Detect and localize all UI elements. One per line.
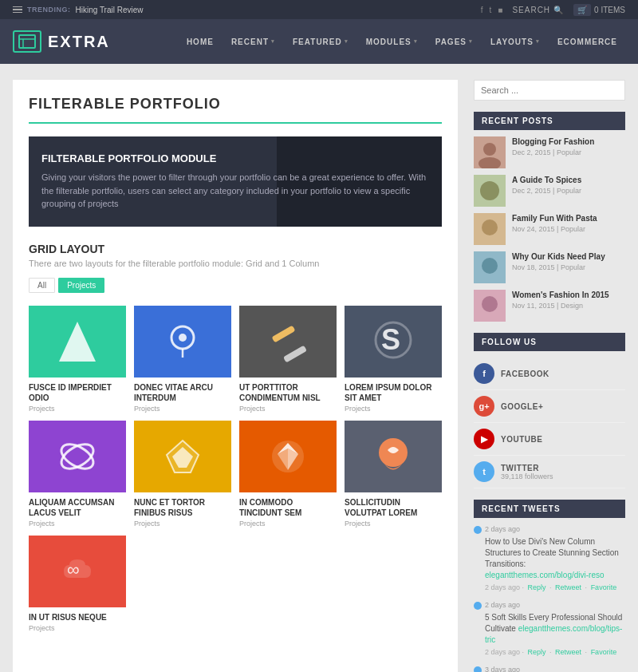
portfolio-thumb-5 [134,421,231,492]
nav-layouts[interactable]: LAYOUTS▾ [482,31,548,53]
tweet-0: 2 days ago How to Use Divi's New Column … [474,524,625,592]
twitter-icon[interactable]: t [490,6,492,14]
portfolio-item-cat-5: Projects [134,520,231,528]
nav-bar: EXTRA HOME RECENT▾ FEATURED▾ MODULES▾ PA… [0,19,638,64]
cart-icon: 🛒 [573,4,591,16]
search-label: SEARCH [512,6,550,14]
tweet-reply-0[interactable]: Reply [528,583,546,591]
nav-ecommerce[interactable]: ECOMMERCE [549,31,625,53]
portfolio-item-cat-4: Projects [29,520,126,528]
recent-posts-title: RECENT POSTS [474,112,625,130]
hero-content: FILTERABLE PORTFOLIO MODULE Giving your … [41,152,429,211]
follow-youtube[interactable]: ▶ YOUTUBE [474,423,625,456]
instagram-icon[interactable]: ■ [498,6,502,14]
recent-post-info-3: Why Our Kids Need Play Nov 18, 2015 | Po… [512,251,625,271]
recent-post-2[interactable]: Family Fun With Pasta Nov 24, 2015 | Pop… [474,213,625,245]
recent-post-meta-1: Dec 2, 2015 | Popular [512,187,625,195]
svg-point-28 [482,296,498,312]
recent-post-title-2[interactable]: Family Fun With Pasta [512,213,625,223]
tweet-1: 2 days ago 5 Soft Skills Every Professio… [474,600,625,657]
portfolio-thumb-3: S [345,306,442,378]
page-title: FILTERABLE PORTFOLIO [29,96,442,124]
portfolio-item-0[interactable]: FUSCE ID IMPERDIET ODIO Projects [29,306,126,413]
tweet-2: 3 days ago Get a FREE Dentist Layout Pac… [474,665,625,672]
tweet-retweet-1[interactable]: Retweet [555,648,581,656]
tweet-link-0[interactable]: elegantthemes.com/blog/divi-reso [485,571,605,579]
follow-googleplus-name: GOOGLE+ [501,402,543,411]
twitter-icon: t [474,461,494,482]
top-bar: TRENDING: Hiking Trail Review f t ■ SEAR… [0,0,638,19]
cart-area[interactable]: 🛒 0 ITEMS [573,4,625,16]
portfolio-item-8[interactable]: ∞ IN UT RISUS NEQUE Projects [29,536,126,632]
trending-label: TRENDING: [27,6,71,14]
portfolio-item-cat-2: Projects [239,405,337,413]
sidebar-search [474,80,625,101]
logo[interactable]: EXTRA [13,30,110,53]
content-wrapper: FILTERABLE PORTFOLIO FILTERABLE PORTFOLI… [0,64,638,672]
portfolio-item-7[interactable]: SOLLICITUDIN VOLUTPAT LOREM Projects [345,421,442,528]
hamburger-menu[interactable] [13,6,22,14]
portfolio-thumb-4 [29,421,126,492]
filter-projects-button[interactable]: Projects [58,278,104,293]
recent-post-title-3[interactable]: Why Our Kids Need Play [512,251,625,262]
chevron-down-icon: ▾ [536,38,540,45]
recent-post-meta-4: Nov 11, 2015 | Design [512,302,625,310]
nav-recent[interactable]: RECENT▾ [223,31,283,53]
tweet-retweet-0[interactable]: Retweet [555,583,581,591]
recent-post-info-4: Women's Fashion In 2015 Nov 11, 2015 | D… [512,290,625,310]
portfolio-item-1[interactable]: DONEC VITAE ARCU INTERDUM Projects [134,306,231,413]
recent-post-thumb-0 [474,136,506,168]
recent-post-thumb-1 [474,175,506,207]
tweet-favorite-1[interactable]: Favorite [591,648,617,656]
googleplus-icon: g+ [474,396,494,417]
recent-post-title-1[interactable]: A Guide To Spices [512,175,625,185]
svg-point-26 [482,258,498,274]
nav-featured[interactable]: FEATURED▾ [285,31,356,53]
recent-post-3[interactable]: Why Our Kids Need Play Nov 18, 2015 | Po… [474,251,625,283]
portfolio-item-title-4: ALIQUAM ACCUMSAN LACUS VELIT [29,497,126,518]
logo-icon [13,30,41,53]
nav-home[interactable]: HOME [179,31,222,53]
recent-post-title-0[interactable]: Blogging For Fashion [512,136,625,147]
nav-pages[interactable]: PAGES▾ [427,31,481,53]
recent-post-4[interactable]: Women's Fashion In 2015 Nov 11, 2015 | D… [474,290,625,322]
portfolio-item-6[interactable]: IN COMMODO TINCIDUNT SEM Projects [239,421,337,528]
search-icon: 🔍 [553,6,564,14]
svg-text:S: S [381,323,400,356]
nav-modules[interactable]: MODULES▾ [358,31,426,53]
sidebar-search-input[interactable] [474,80,625,101]
svg-point-19 [483,143,496,156]
follow-googleplus[interactable]: g+ GOOGLE+ [474,390,625,423]
svg-point-22 [480,181,499,200]
sidebar-recent-posts: RECENT POSTS Blogging For Fashion Dec 2,… [474,112,625,322]
portfolio-thumb-8: ∞ [29,536,126,607]
recent-post-title-4[interactable]: Women's Fashion In 2015 [512,290,625,300]
recent-post-0[interactable]: Blogging For Fashion Dec 2, 2015 | Popul… [474,136,625,168]
nav-items: HOME RECENT▾ FEATURED▾ MODULES▾ PAGES▾ L… [142,31,625,53]
follow-twitter[interactable]: t TWITTER 39,118 followers [474,456,625,488]
top-bar-left: TRENDING: Hiking Trail Review [13,6,144,14]
filter-all-button[interactable]: All [29,278,55,293]
portfolio-thumb-6 [239,421,337,492]
portfolio-thumb-1 [134,306,231,378]
sidebar-follow-us: FOLLOW US f FACEBOOK g+ GOOGLE+ ▶ YOUTUB… [474,333,625,488]
portfolio-thumb-0 [29,306,126,378]
tweet-reply-1[interactable]: Reply [528,648,546,656]
search-area[interactable]: SEARCH 🔍 [512,6,564,14]
sidebar-tweets: RECENT TWEETS 2 days ago How to Use Divi… [474,500,625,672]
recent-post-1[interactable]: A Guide To Spices Dec 2, 2015 | Popular [474,175,625,207]
grid-section-title: GRID LAYOUT [29,243,442,255]
follow-facebook[interactable]: f FACEBOOK [474,358,625,390]
tweet-favorite-0[interactable]: Favorite [591,583,617,591]
portfolio-item-3[interactable]: S LOREM IPSUM DOLOR SIT AMET Projects [345,306,442,413]
portfolio-item-4[interactable]: ALIQUAM ACCUMSAN LACUS VELIT Projects [29,421,126,528]
portfolio-item-cat-1: Projects [134,405,231,413]
portfolio-item-title-6: IN COMMODO TINCIDUNT SEM [239,497,337,518]
portfolio-item-5[interactable]: NUNC ET TORTOR FINIBUS RISUS Projects [134,421,231,528]
filter-buttons: All Projects [29,278,442,293]
svg-rect-7 [272,325,296,342]
facebook-icon[interactable]: f [481,6,483,14]
portfolio-item-2[interactable]: UT PORTTITOR CONDIMENTUM NISL Projects [239,306,337,413]
grid-section-subtitle: There are two layouts for the filterable… [29,259,442,268]
portfolio-item-title-0: FUSCE ID IMPERDIET ODIO [29,382,126,403]
